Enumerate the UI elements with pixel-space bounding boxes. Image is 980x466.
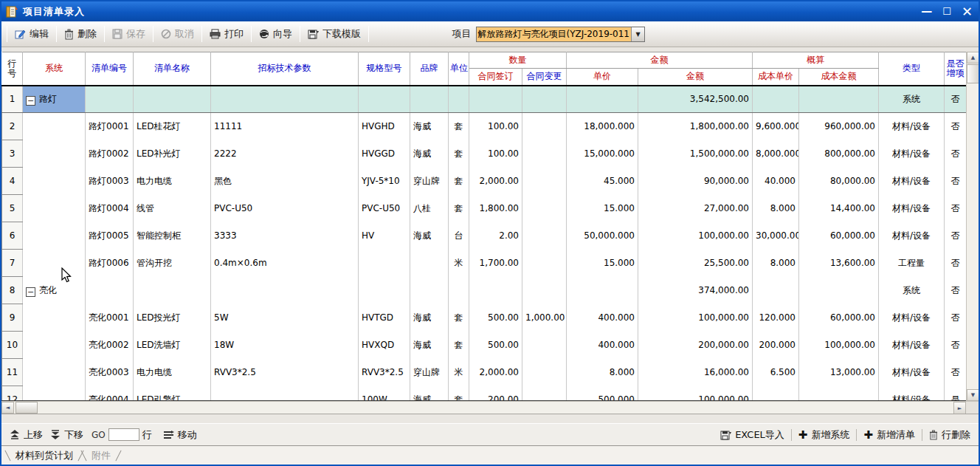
cell-price[interactable]: 18,000.000 [567,113,638,140]
vertical-scrollbar[interactable]: ▲ ▼ [966,52,979,401]
table-row[interactable]: 4路灯0003电力电缆黑色YJV-5*10穿山牌套2,000.0045.0009… [2,168,967,195]
cell-amt[interactable]: 3,542,500.00 [638,86,753,113]
cell-code[interactable]: 亮化0002 [86,332,134,359]
cell-code[interactable]: 路灯0001 [86,113,134,140]
cell-type[interactable]: 材料/设备 [879,195,945,222]
cell-name[interactable] [134,86,211,113]
cell-extra[interactable]: 否 [945,168,967,195]
cell-brand[interactable]: 海威 [410,386,449,402]
wizard-button[interactable]: 向导 [254,25,297,43]
cell-amt[interactable]: 16,000.00 [638,359,753,386]
cell-price[interactable]: 15.000 [567,195,638,222]
cell-price[interactable]: 50,000.000 [567,222,638,250]
scroll-up-button[interactable]: ▲ [967,52,979,64]
cell-brand[interactable]: 穿山牌 [410,168,449,195]
cell-spec[interactable]: HVTGD [359,304,410,332]
cell-cprice[interactable]: 8.000 [753,250,799,277]
cell-param[interactable]: PVC-U50 [211,195,359,222]
maximize-button[interactable]: ☐ [942,6,951,17]
cell-qty[interactable]: 100.00 [469,140,522,168]
cell-camt[interactable] [799,386,879,402]
cell-amt[interactable]: 100,000.00 [638,222,753,250]
collapse-minus-icon[interactable]: − [26,287,35,297]
cell-price[interactable]: 8.000 [567,359,638,386]
cell-chg[interactable] [522,168,567,195]
cell-type[interactable]: 工程量 [879,250,945,277]
cell-camt[interactable] [799,277,879,304]
cell-camt[interactable] [799,86,879,113]
cell-chg[interactable] [522,332,567,359]
cell-name[interactable]: 智能控制柜 [134,222,211,250]
cell-price[interactable]: 400.000 [567,304,638,332]
cell-code[interactable]: 亮化0003 [86,359,134,386]
cell-camt[interactable]: 800,000.00 [799,140,879,168]
cell-qty[interactable] [469,86,522,113]
cell-cprice[interactable]: 6.500 [753,359,799,386]
cell-amt[interactable]: 100,000.00 [638,304,753,332]
move-down-button[interactable]: 下移 [46,427,87,443]
cell-spec[interactable]: RVV3*2.5 [359,359,410,386]
cell-spec[interactable] [359,277,410,304]
cell-name[interactable]: 线管 [134,195,211,222]
cell-code[interactable] [86,86,134,113]
cell-spec[interactable]: PVC-U50 [359,195,410,222]
cell-brand[interactable]: 海威 [410,140,449,168]
cell-code[interactable]: 路灯0003 [86,168,134,195]
cell-cprice[interactable]: 8.000 [753,195,799,222]
cell-no[interactable]: 7 [2,250,23,277]
project-combobox[interactable]: 解放路路灯与亮化项目(YZJ-2019-011 ▼ [476,27,645,42]
cell-brand[interactable] [410,86,449,113]
cell-cprice[interactable]: 200.000 [753,332,799,359]
cell-qty[interactable]: 1,800.00 [469,195,522,222]
cell-price[interactable] [567,277,638,304]
system-row[interactable]: 8−亮化374,000.00系统否 [2,277,967,304]
cell-no[interactable]: 5 [2,195,23,222]
cell-amt[interactable]: 100,000.00 [638,386,753,402]
table-row[interactable]: 11亮化0003电力电缆RVV3*2.5RVV3*2.5穿山牌米2,000.00… [2,359,967,386]
cell-amt[interactable]: 90,000.00 [638,168,753,195]
cell-param[interactable] [211,86,359,113]
cell-spec[interactable]: HVGGD [359,140,410,168]
cell-name[interactable]: 管沟开挖 [134,250,211,277]
cell-param[interactable]: 11111 [211,113,359,140]
cell-brand[interactable]: 海威 [410,113,449,140]
cell-cprice[interactable] [753,386,799,402]
cell-sys[interactable]: −路灯 [23,86,86,113]
cell-sys[interactable] [23,359,86,386]
cell-qty[interactable]: 2.00 [469,222,522,250]
cell-amt[interactable]: 200,000.00 [638,332,753,359]
cell-type[interactable]: 系统 [879,86,945,113]
horizontal-scroll-track[interactable] [38,402,953,414]
cell-price[interactable]: 400.000 [567,332,638,359]
cell-cprice[interactable]: 30,000.000 [753,222,799,250]
cell-brand[interactable]: 八桂 [410,195,449,222]
cell-price[interactable]: 15.000 [567,250,638,277]
cell-type[interactable]: 材料/设备 [879,359,945,386]
print-button[interactable]: 打印 [204,25,249,43]
excel-import-button[interactable]: EXCEL导入 [717,427,788,443]
cell-sys[interactable] [23,195,86,222]
cell-sys[interactable] [23,304,86,332]
table-row[interactable]: 5路灯0004线管PVC-U50PVC-U50八桂套1,800.0015.000… [2,195,967,222]
cell-cprice[interactable]: 8,000.000 [753,140,799,168]
table-row[interactable]: 10亮化0002LED洗墙灯18WHVXQD海威套500.00400.00020… [2,332,967,359]
cell-brand[interactable]: 海威 [410,304,449,332]
tab-material-plan[interactable]: 材料到货计划 [8,448,80,464]
cell-no[interactable]: 10 [2,332,23,359]
cell-name[interactable]: LED投光灯 [134,304,211,332]
table-row[interactable]: 12亮化0004LED引擎灯100W海威套200.00500.000100,00… [2,386,967,402]
cell-qty[interactable]: 1,700.00 [469,250,522,277]
cell-spec[interactable] [359,250,410,277]
cell-brand[interactable] [410,277,449,304]
cell-extra[interactable]: 否 [945,195,967,222]
cell-no[interactable]: 1 [2,86,23,113]
cell-unit[interactable]: 米 [449,250,469,277]
cell-name[interactable]: 电力电缆 [134,359,211,386]
vertical-scroll-thumb[interactable] [967,64,979,83]
cell-extra[interactable]: 否 [945,86,967,113]
cell-code[interactable]: 路灯0005 [86,222,134,250]
cell-unit[interactable] [449,277,469,304]
cell-sys[interactable] [23,140,86,168]
combo-dropdown-button[interactable]: ▼ [631,27,644,41]
cell-camt[interactable]: 80,000.00 [799,168,879,195]
